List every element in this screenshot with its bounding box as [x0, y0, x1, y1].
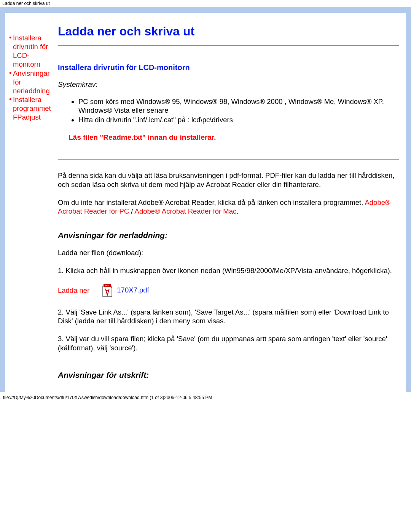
download-row: Ladda ner PDF 170X7.pdf — [58, 284, 399, 297]
nav-sidebar: •Installera drivrutin för LCD-monitorn •… — [9, 24, 56, 388]
download-label: Ladda ner — [58, 286, 89, 295]
readme-warning: Läs filen "Readme.txt" innan du installe… — [58, 133, 399, 142]
paragraph: På denna sida kan du välja att läsa bruk… — [58, 171, 399, 189]
svg-text:PDF: PDF — [105, 284, 109, 287]
link-acrobat-mac[interactable]: Adobe® Acrobat Reader för Mac — [135, 207, 237, 215]
paragraph: Om du inte har installerat Adobe® Acroba… — [58, 198, 399, 216]
paragraph: 2. Välj 'Save Link As...' (spara länken … — [58, 308, 399, 325]
nav-bullet: • — [9, 34, 13, 42]
download-heading: Anvisningar för nerladdning: — [58, 231, 399, 240]
paragraph: 3. Välj var du vill spara filen; klicka … — [58, 334, 399, 352]
header-strip: Ladda ner och skriva ut — [0, 0, 411, 7]
list-item: Hitta din drivrutin ".inf/.icm/.cat" på … — [78, 115, 399, 124]
pdf-icon: PDF — [102, 284, 114, 297]
nav-link-fpadjust[interactable]: Installera programmet FPadjust — [13, 95, 52, 121]
list-item: PC som körs med Windows® 95, Windows® 98… — [78, 97, 399, 115]
section1-heading: Installera drivrutin för LCD-monitorn — [58, 63, 399, 72]
nav-bullet: • — [9, 69, 13, 77]
footer-strip: file:///D|/My%20Documents/dfu/170X7/swed… — [0, 392, 411, 403]
pdf-filename: 170X7.pdf — [117, 286, 149, 294]
main-content: Ladda ner och skriva ut Installera drivr… — [56, 24, 402, 388]
requirements-list: PC som körs med Windows® 95, Windows® 98… — [58, 97, 399, 124]
nav-link-download[interactable]: Anvisningar för nerladdning — [13, 69, 52, 95]
nav-link-install[interactable]: Installera drivrutin för LCD-monitorn — [13, 34, 52, 69]
paragraph-text: Om du inte har installerat Adobe® Acroba… — [58, 198, 365, 206]
nav-bullet: • — [9, 95, 13, 104]
white-page: •Installera drivrutin för LCD-monitorn •… — [5, 13, 406, 392]
separator: / — [129, 207, 134, 215]
outer-frame: •Installera drivrutin för LCD-monitorn •… — [0, 7, 411, 392]
period: . — [236, 207, 238, 215]
divider — [58, 159, 399, 160]
paragraph: Ladda ner filen (download): — [58, 248, 399, 257]
paragraph: 1. Klicka och håll in musknappen över ik… — [58, 266, 399, 275]
pdf-download-link[interactable]: PDF 170X7.pdf — [102, 284, 149, 297]
section1-subhead: Systemkrav: — [58, 80, 399, 89]
print-heading: Anvisningar för utskrift: — [58, 371, 399, 380]
divider — [58, 45, 399, 46]
page-title: Ladda ner och skriva ut — [58, 24, 399, 38]
